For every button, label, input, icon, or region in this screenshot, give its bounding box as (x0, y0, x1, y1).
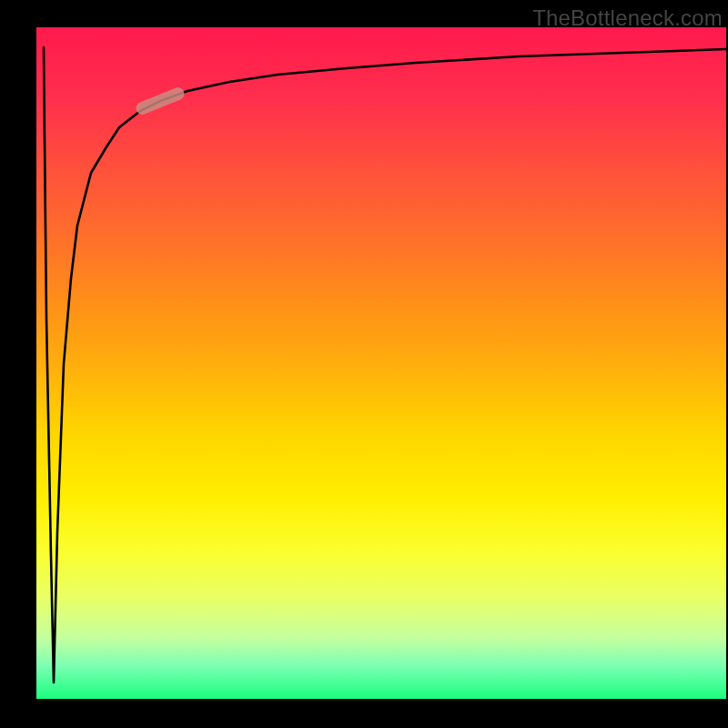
chart-svg (36, 27, 726, 699)
watermark: TheBottleneck.com (532, 5, 723, 31)
chart-container: TheBottleneck.com (0, 0, 728, 728)
svg-rect-0 (134, 86, 186, 116)
highlight-marker (134, 86, 186, 116)
bottleneck-curve (44, 47, 726, 682)
